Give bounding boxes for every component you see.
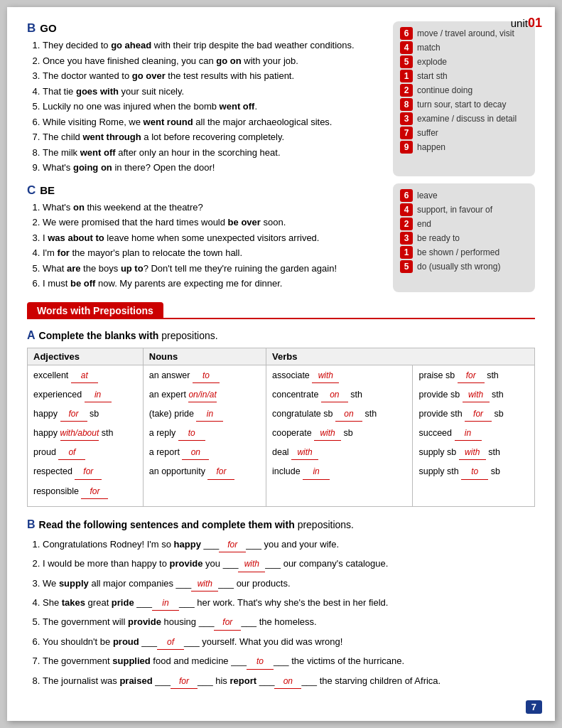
page-number: 7 bbox=[526, 700, 542, 714]
prep-blank: on/in/at bbox=[188, 388, 216, 402]
match-num: 1 bbox=[400, 246, 413, 259]
match-row: 4support, in favour of bbox=[400, 203, 528, 216]
prep-entry: excellent at bbox=[33, 368, 137, 383]
unit-header: unit01 bbox=[511, 16, 542, 31]
prep-entry: include in bbox=[272, 464, 406, 479]
list-item: I must be off now. My parents are expect… bbox=[43, 277, 386, 291]
prep-blank: with bbox=[314, 427, 341, 441]
prep-entry: proud of bbox=[33, 445, 137, 460]
section-b-go: BGO They decided to go ahead with their … bbox=[27, 21, 535, 176]
section-b-prep-label: BRead the following sentences and comple… bbox=[27, 518, 535, 531]
match-num: 6 bbox=[400, 27, 413, 40]
list-item: Luckily no one was injured when the bomb… bbox=[43, 100, 386, 114]
list-item: While visiting Rome, we went round all t… bbox=[43, 115, 386, 129]
prep-entry: an answer to bbox=[149, 368, 260, 383]
unit-number: 01 bbox=[528, 16, 542, 30]
match-text: support, in favour of bbox=[417, 205, 492, 215]
prep-blank: in bbox=[303, 465, 330, 479]
list-item: The child went through a lot before reco… bbox=[43, 130, 386, 144]
a-instruction2: prepositions. bbox=[161, 330, 217, 341]
list-item: We supply all major companies ___with___… bbox=[43, 576, 535, 592]
list-item: The milk went off after only an hour in … bbox=[43, 146, 386, 160]
match-num: 9 bbox=[400, 141, 413, 154]
prep-blank: to bbox=[461, 465, 488, 479]
match-text: match bbox=[417, 43, 441, 53]
prep-blank: in bbox=[196, 407, 223, 422]
prep-blank: in bbox=[455, 427, 482, 441]
match-num: 2 bbox=[400, 84, 413, 97]
match-num: 4 bbox=[400, 203, 413, 216]
match-box-c: 6leave 4support, in favour of 2end 3be r… bbox=[393, 183, 535, 292]
prep-blank: with bbox=[291, 446, 318, 460]
c-letter: C bbox=[27, 183, 36, 197]
list-item: We were promised that the hard times wou… bbox=[43, 215, 386, 230]
section-a-label: AComplete the blanks with prepositions. bbox=[27, 329, 535, 342]
prep-entry: concentrate on sth bbox=[272, 387, 406, 402]
verb-cell-left: associate with concentrate on sth congra… bbox=[266, 365, 413, 506]
list-item: What's on this weekend at the theatre? bbox=[43, 200, 386, 215]
match-text: explode bbox=[417, 57, 447, 67]
c-title: BE bbox=[40, 184, 55, 196]
match-text: move / travel around, visit bbox=[417, 28, 514, 38]
b2-letter: B bbox=[27, 518, 36, 530]
prep-blank: on bbox=[182, 446, 209, 460]
prep-entry: happy with/about sth bbox=[33, 426, 137, 441]
prep-blank: to bbox=[247, 654, 274, 669]
match-row: 5explode bbox=[400, 55, 528, 68]
prep-blank: for bbox=[214, 615, 241, 630]
list-item: The journalist was praised ___for___ his… bbox=[43, 673, 535, 689]
prep-entry: supply sb with sth bbox=[418, 445, 529, 460]
prep-blank: for bbox=[75, 465, 102, 479]
match-text: do (usually sth wrong) bbox=[417, 262, 500, 272]
wwp-header: Words with Prepositions bbox=[27, 302, 163, 319]
col-header-noun: Nouns bbox=[143, 348, 266, 365]
match-num: 5 bbox=[400, 260, 413, 273]
match-row: 4match bbox=[400, 41, 528, 54]
prep-blank: on bbox=[274, 674, 301, 689]
match-row: 5do (usually sth wrong) bbox=[400, 260, 528, 273]
match-num: 7 bbox=[400, 127, 413, 139]
col-header-verb: Verbs bbox=[266, 348, 535, 365]
prep-blank: in bbox=[152, 596, 179, 611]
prep-blank: at bbox=[71, 369, 98, 383]
match-text: leave bbox=[417, 191, 438, 200]
list-item: The government will provide housing ___f… bbox=[43, 614, 535, 630]
match-num: 8 bbox=[400, 98, 413, 111]
list-item: The doctor wanted to go over the test re… bbox=[43, 69, 386, 83]
section-c-be: CBE What's on this weekend at the theatr… bbox=[27, 183, 535, 292]
match-text: suffer bbox=[417, 128, 438, 138]
prep-entry: experienced in bbox=[33, 387, 137, 402]
section-b-label: BGO bbox=[27, 21, 386, 36]
prep-entry: (take) pride in bbox=[149, 407, 260, 422]
match-row: 3examine / discuss in detail bbox=[400, 112, 528, 125]
list-item: What's going on in there? Open the door! bbox=[43, 161, 386, 175]
be-list: What's on this weekend at the theatre? W… bbox=[27, 200, 386, 291]
prep-blank: of bbox=[58, 446, 85, 460]
list-item: She takes great pride ___in___ her work.… bbox=[43, 595, 535, 611]
prep-entry: responsible for bbox=[33, 484, 137, 499]
prep-blank: with bbox=[312, 369, 339, 383]
match-box-b: 6move / travel around, visit 4match 5exp… bbox=[393, 21, 535, 176]
match-row: 1be shown / performed bbox=[400, 246, 528, 259]
prep-blank: for bbox=[207, 465, 234, 479]
prep-blank: on bbox=[335, 407, 362, 422]
match-text: end bbox=[417, 219, 431, 229]
match-num: 4 bbox=[400, 41, 413, 54]
be-sentences: CBE What's on this weekend at the theatr… bbox=[27, 183, 386, 292]
b-title: GO bbox=[40, 22, 56, 34]
prep-entry: provide sth for sb bbox=[418, 407, 529, 422]
match-text: examine / discuss in detail bbox=[417, 114, 517, 124]
prep-blank: with bbox=[459, 446, 486, 460]
match-row: 3be ready to bbox=[400, 232, 528, 245]
prep-blank: with bbox=[191, 577, 218, 592]
match-num: 6 bbox=[400, 189, 413, 202]
list-item: I would be more than happy to provide yo… bbox=[43, 556, 535, 572]
prep-blank: for bbox=[219, 537, 246, 552]
prep-entry: congratulate sb on sth bbox=[272, 407, 406, 422]
b2-instruction2: prepositions. bbox=[298, 519, 354, 530]
match-row: 8turn sour, start to decay bbox=[400, 98, 528, 111]
table-row: excellent at experienced in happy for sb… bbox=[28, 365, 535, 506]
adj-cell: excellent at experienced in happy for sb… bbox=[28, 365, 144, 506]
section-b-sentences: BRead the following sentences and comple… bbox=[27, 518, 535, 689]
prep-blank: on bbox=[321, 388, 348, 402]
